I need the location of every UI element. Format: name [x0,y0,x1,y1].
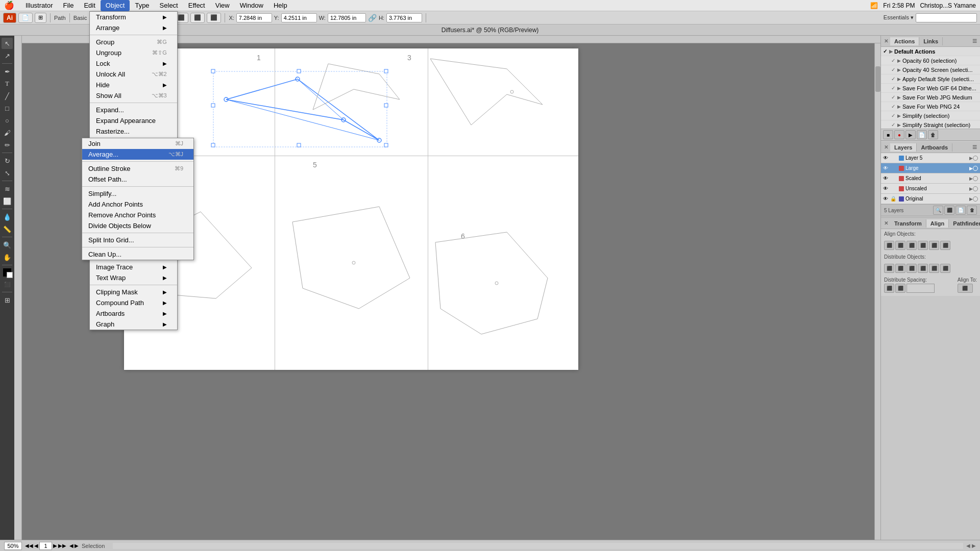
line-tool[interactable]: ╱ [2,90,13,102]
new-layer-btn[interactable]: 📄 [955,206,966,215]
dist-center-v[interactable]: ⬛ [895,264,905,273]
menu-graph[interactable]: Graph ▶ [90,319,177,330]
file-tab[interactable]: Diffusers.ai* @ 50% (RGB/Preview) [442,27,539,34]
target-circle[interactable] [973,166,978,171]
action-opacity60[interactable]: ✓ ▶ Opacity 60 (selection) [881,56,980,65]
scale-tool[interactable]: ⤡ [2,167,13,179]
layer-large[interactable]: 👁 Large ▶ [881,163,980,173]
hand-tool[interactable]: ✋ [2,252,13,263]
zoom-input[interactable] [4,542,22,550]
menubar-window[interactable]: Window [235,0,268,11]
color-mode-btn[interactable]: ⬛ [2,279,13,290]
eye-icon[interactable]: 👁 [883,196,890,202]
eye-icon[interactable]: 👁 [883,186,890,191]
pen-tool[interactable]: ✒ [2,66,13,77]
path-split-grid[interactable]: Split Into Grid... [82,235,193,245]
actions-tab[interactable]: Actions [890,37,919,45]
dist-spacing-v[interactable]: ⬛ [895,284,905,293]
lock-icon[interactable]: 🔒 [890,196,897,202]
path-join[interactable]: Join ⌘J [82,138,193,149]
dist-bottom[interactable]: ⬛ [906,264,917,273]
pathfinder-tab[interactable]: Pathfinder [949,219,980,228]
menu-rasterize[interactable]: Rasterize... [90,126,177,137]
measure-tool[interactable]: 📏 [2,223,13,235]
menu-artboards[interactable]: Artboards ▶ [90,308,177,319]
zoom-control[interactable] [4,542,22,550]
layer-scaled[interactable]: 👁 Scaled ▶ [881,173,980,184]
action-apply-style[interactable]: ✓ ▶ Apply Default Style (selecti... [881,74,980,84]
path-remove-anchors[interactable]: Remove Anchor Points [82,210,193,220]
y-input[interactable] [281,13,317,22]
h-input[interactable] [386,13,422,22]
menu-transform[interactable]: Transform ▶ [90,12,177,22]
actions-folder-default[interactable]: ✓ ▶ Default Actions [881,47,980,56]
menubar-select[interactable]: Select [155,0,183,11]
delete-layer-btn[interactable]: 🗑 [967,206,977,215]
expand-icon[interactable]: ▶ [969,186,973,191]
path-clean-up[interactable]: Clean Up... [82,249,193,260]
menu-image-trace[interactable]: Image Trace ▶ [90,262,177,272]
eye-icon[interactable]: 👁 [883,176,890,181]
dist-center-h[interactable]: ⬛ [929,264,939,273]
apple-menu[interactable]: 🍎 [4,1,14,10]
selection-tool[interactable]: ↖ [2,38,13,49]
path-add-anchors[interactable]: Add Anchor Points [82,199,193,210]
artboards-tab[interactable]: Artboards [917,143,952,152]
align-to-btn[interactable]: ⬛ [958,284,973,293]
page-input[interactable] [39,542,52,550]
links-tab[interactable]: Links [919,37,943,45]
path-offset-path[interactable]: Offset Path... [82,174,193,185]
layers-menu[interactable]: ☰ [972,144,977,150]
layers-tab[interactable]: Layers [890,143,917,152]
layer-unscaled[interactable]: 👁 Unscaled ▶ [881,184,980,194]
action-png24[interactable]: ✓ ▶ Save For Web PNG 24 [881,102,980,111]
path-simplify[interactable]: Simplify... [82,188,193,199]
ab-prev[interactable]: ◀ [69,543,74,548]
align-left-edges[interactable]: ⬛ [884,241,894,250]
align-close[interactable]: ✕ [884,220,888,226]
menu-show-all[interactable]: Show All ⌥⌘3 [90,90,177,101]
dist-spacing-h[interactable]: ⬛ [884,284,894,293]
menu-arrange[interactable]: Arrange ▶ [90,22,177,33]
transform-tab[interactable]: Transform [890,219,926,228]
layers-close[interactable]: ✕ [884,144,888,150]
nav-fwd[interactable]: ▶ [53,543,57,548]
pencil-tool[interactable]: ✏ [2,139,13,151]
menu-lock[interactable]: Lock ▶ [90,58,177,69]
menu-hide[interactable]: Hide ▶ [90,80,177,90]
align-center-v[interactable]: ⬛ [929,241,939,250]
align-center-h[interactable]: ⬛ [895,241,905,250]
path-divide-below[interactable]: Divide Objects Below [82,220,193,231]
rotate-tool[interactable]: ↻ [2,155,13,166]
menu-text-wrap[interactable]: Text Wrap ▶ [90,272,177,283]
menu-ungroup[interactable]: Ungroup ⌘⇧G [90,47,177,58]
align-right-btn[interactable]: ⬛ [207,13,221,23]
type-tool[interactable]: T [2,78,13,89]
action-jpg[interactable]: ✓ ▶ Save For Web JPG Medium [881,93,980,102]
artboard-btn[interactable]: ⊞ [2,294,13,306]
ab-next[interactable]: ▶ [75,543,79,548]
spacing-input[interactable] [906,284,935,293]
menubar-edit[interactable]: Edit [79,0,100,11]
menu-expand-appearance[interactable]: Expand Appearance [90,115,177,126]
direct-selection-tool[interactable]: ↗ [2,50,13,61]
target-circle[interactable] [973,196,978,202]
target-circle[interactable] [973,186,978,191]
menu-clipping-mask[interactable]: Clipping Mask ▶ [90,287,177,297]
fill-color[interactable] [3,268,11,277]
align-tab[interactable]: Align [926,219,949,228]
new-action-btn[interactable]: 📄 [917,130,927,139]
nav-end[interactable]: ▶▶ [58,543,66,548]
menubar-effect[interactable]: Effect [183,0,210,11]
w-input[interactable] [328,13,366,22]
delete-action-btn[interactable]: 🗑 [928,130,938,139]
nav-back[interactable]: ◀ [34,543,38,548]
dist-right[interactable]: ⬛ [940,264,950,273]
eye-icon[interactable]: 👁 [883,155,890,161]
make-mask-btn[interactable]: ⬛ [944,206,954,215]
document-btn[interactable]: 📄 [18,13,33,23]
blend-tool[interactable]: ≋ [2,183,13,194]
layer-5[interactable]: 👁 Layer 5 ▶ [881,153,980,163]
menu-expand[interactable]: Expand... [90,105,177,115]
layer-original[interactable]: 👁 🔒 Original ▶ [881,194,980,204]
